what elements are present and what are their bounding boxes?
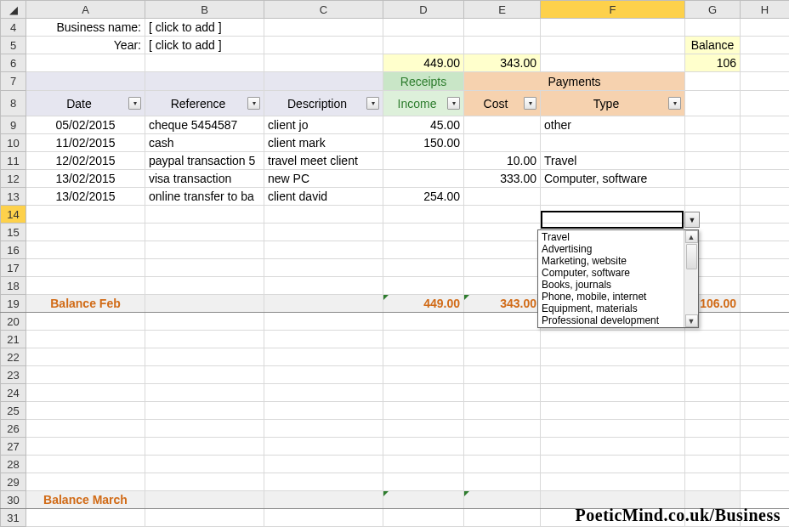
dropdown-option[interactable]: Phone, mobile, internet [538,291,684,303]
row-11[interactable]: 11 12/02/2015 paypal transaction 5 trave… [1,152,790,170]
row-hdr-8[interactable]: 8 [1,91,26,116]
row-22[interactable]: 22 [1,348,790,366]
col-hdr-B[interactable]: B [145,1,264,19]
col-hdr-A[interactable]: A [26,1,145,19]
dropdown-option[interactable]: Equipment, materials [538,303,684,314]
cell-A19[interactable]: Balance Feb [26,295,145,313]
row-25[interactable]: 25 [1,402,790,420]
hdr-type-label: Type [544,97,668,110]
select-all-corner[interactable]: ◢ [1,1,26,19]
row-21[interactable]: 21 [1,331,790,348]
row-23[interactable]: 23 [1,366,790,384]
hdr-description[interactable]: Description▾ [264,91,383,116]
row-28[interactable]: 28 [1,456,790,473]
row-8[interactable]: 8 Date▾ Reference▾ Description▾ Income▾ … [1,91,790,116]
cell-D7[interactable]: Receipts [383,72,464,91]
cell-F14[interactable] [541,206,685,224]
row-27[interactable]: 27 [1,438,790,456]
cell-D19[interactable]: 449.00 [383,295,464,313]
dropdown-option[interactable]: Advertising [538,243,684,255]
filter-description-button[interactable]: ▾ [366,97,379,110]
cell-E7F7[interactable]: Payments [464,72,685,91]
data-validation-dropdown-button[interactable]: ▼ [684,212,700,228]
row-10[interactable]: 10 11/02/2015 cash client mark 150.00 [1,134,790,152]
hdr-type[interactable]: Type▾ [541,91,685,116]
col-hdr-D[interactable]: D [383,1,464,19]
cell-A4[interactable]: Business name: [26,19,145,37]
filter-reference-button[interactable]: ▾ [247,97,260,110]
row-13[interactable]: 13 13/02/2015 online transfer to ba clie… [1,188,790,206]
validation-dropdown-list[interactable]: TravelAdvertisingMarketing, websiteCompu… [537,229,699,328]
cell-G5[interactable]: Balance [685,37,741,54]
hdr-reference-label: Reference [149,97,247,110]
filter-date-button[interactable]: ▾ [128,97,141,110]
dropdown-option[interactable]: Marketing, website [538,255,684,267]
row-29[interactable]: 29 [1,473,790,491]
row-hdr-14[interactable]: 14 [1,206,26,224]
dropdown-option[interactable]: Books, journals [538,279,684,291]
row-24[interactable]: 24 [1,384,790,402]
hdr-cost-label: Cost [468,97,524,110]
cell-B5[interactable]: [ click to add ] [145,37,264,54]
row-6[interactable]: 6 449.00 343.00 106 [1,54,790,72]
filter-type-button[interactable]: ▾ [668,97,681,110]
row-hdr-7[interactable]: 7 [1,72,26,91]
spreadsheet: ◢ A B C D E F G H 4 Business name: [ cli… [0,0,789,532]
col-hdr-C[interactable]: C [264,1,383,19]
scroll-thumb[interactable] [686,244,697,269]
hdr-income-label: Income [387,97,447,110]
cell-D6[interactable]: 449.00 [383,54,464,72]
cell-E19[interactable]: 343.00 [464,295,541,313]
row-hdr-6[interactable]: 6 [1,54,26,72]
row-12[interactable]: 12 13/02/2015 visa transaction new PC 33… [1,170,790,188]
hdr-description-label: Description [268,97,366,110]
col-hdr-E[interactable]: E [464,1,541,19]
row-7[interactable]: 7 Receipts Payments [1,72,790,91]
col-hdr-F[interactable]: F [541,1,685,19]
cell-A5[interactable]: Year: [26,37,145,54]
filter-income-button[interactable]: ▾ [447,97,460,110]
hdr-reference[interactable]: Reference▾ [145,91,264,116]
row-4[interactable]: 4 Business name: [ click to add ] [1,19,790,37]
column-header-row[interactable]: ◢ A B C D E F G H [1,1,790,19]
dropdown-option[interactable]: Computer, software [538,267,684,279]
dropdown-option[interactable]: Professional development [538,314,684,326]
cell-G6[interactable]: 106 [685,54,741,72]
watermark-text: PoeticMind.co.uk/Business [576,506,780,525]
col-hdr-G[interactable]: G [685,1,741,19]
scroll-up-icon[interactable]: ▲ [685,230,698,243]
cell-E6[interactable]: 343.00 [464,54,541,72]
row-5[interactable]: 5 Year: [ click to add ] Balance [1,37,790,54]
row-26[interactable]: 26 [1,420,790,438]
hdr-income[interactable]: Income▾ [383,91,464,116]
dropdown-option[interactable]: Travel [538,231,684,243]
col-hdr-H[interactable]: H [741,1,790,19]
hdr-cost[interactable]: Cost▾ [464,91,541,116]
scroll-down-icon[interactable]: ▼ [685,314,698,327]
row-hdr-4[interactable]: 4 [1,19,26,37]
row-14[interactable]: 14 [1,206,790,224]
row-hdr-5[interactable]: 5 [1,37,26,54]
filter-cost-button[interactable]: ▾ [524,97,536,110]
cell-A30[interactable]: Balance March [26,491,145,509]
cell-B4[interactable]: [ click to add ] [145,19,264,37]
hdr-date[interactable]: Date▾ [26,91,145,116]
dropdown-scrollbar[interactable]: ▲ ▼ [684,230,698,327]
row-9[interactable]: 9 05/02/2015 cheque 5454587 client jo 45… [1,116,790,134]
hdr-date-label: Date [30,97,128,110]
